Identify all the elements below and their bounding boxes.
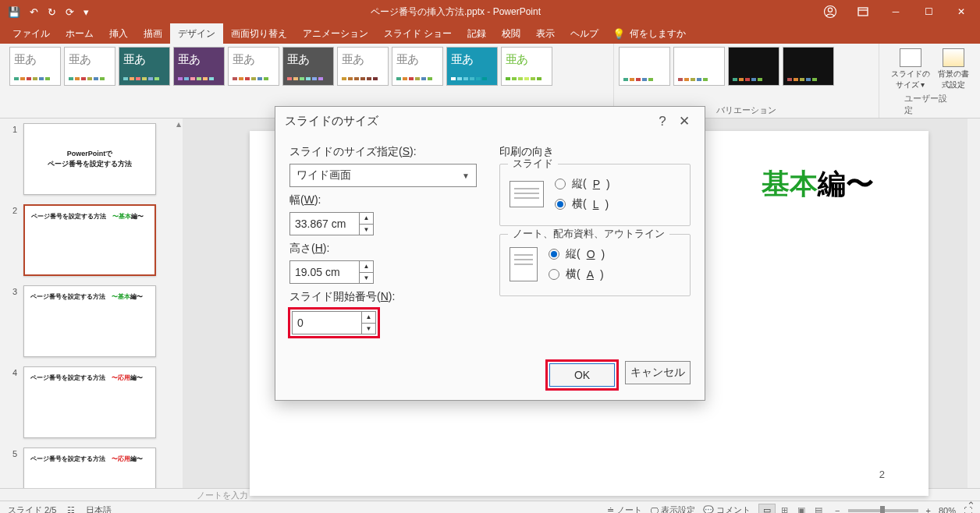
maximize-button[interactable]: ☐: [913, 1, 944, 23]
refresh-icon[interactable]: ⟳: [66, 6, 74, 18]
dialog-titlebar: スライドのサイズ ? ✕: [275, 107, 705, 136]
variation-tile[interactable]: [673, 47, 725, 86]
qat-more-icon[interactable]: ▾: [83, 6, 89, 18]
slide-size-button[interactable]: スライドの サイズ ▾: [891, 48, 930, 90]
variation-tile[interactable]: [728, 47, 779, 86]
slide-thumbnail-1[interactable]: PowerPointでページ番号を設定する方法: [23, 123, 156, 195]
reading-view-button[interactable]: ▣: [793, 504, 810, 514]
tab-review[interactable]: 校閲: [494, 23, 528, 44]
slide-size-dialog: スライドのサイズ ? ✕ スライドのサイズ指定(S): ワイド画面▼ 幅(W):…: [275, 106, 705, 401]
format-background-button[interactable]: 背景の書 式設定: [938, 48, 969, 90]
theme-tile[interactable]: 亜あ: [173, 47, 225, 86]
spin-down-icon[interactable]: ▼: [360, 225, 373, 235]
title-bar: 💾 ↶ ↻ ⟳ ▾ ページ番号の挿入方法.pptx - PowerPoint ─…: [0, 0, 980, 23]
display-settings-button[interactable]: 🖵 表示設定: [650, 504, 695, 513]
tell-me-label: 何をしますか: [630, 27, 686, 41]
zoom-in-button[interactable]: +: [926, 506, 931, 514]
cancel-button[interactable]: キャンセル: [625, 361, 691, 384]
undo-icon[interactable]: ↶: [30, 6, 38, 18]
close-button[interactable]: ✕: [946, 1, 977, 23]
window-controls: ─ ☐ ✕: [815, 1, 980, 23]
thumb-number: 1: [12, 123, 23, 134]
theme-tile[interactable]: 亜あ: [9, 47, 61, 86]
theme-tile[interactable]: 亜あ: [119, 47, 170, 86]
slide-group-label: スライド: [508, 157, 558, 171]
ribbon-tabs: ファイル ホーム 挿入 描画 デザイン 画面切り替え アニメーション スライド …: [0, 23, 980, 44]
slide-thumbnail-5[interactable]: ページ番号を設定する方法 〜応用編〜: [23, 448, 156, 488]
tab-animations[interactable]: アニメーション: [295, 23, 376, 44]
normal-view-button[interactable]: ▭: [758, 504, 776, 514]
tab-home[interactable]: ホーム: [58, 23, 101, 44]
tab-help[interactable]: ヘルプ: [563, 23, 606, 44]
tab-design[interactable]: デザイン: [170, 23, 223, 44]
zoom-slider[interactable]: [848, 509, 918, 512]
comments-button[interactable]: 💬 コメント: [703, 504, 751, 513]
start-number-label: スライド開始番号(N):: [289, 290, 481, 304]
slideshow-view-button[interactable]: ▤: [810, 504, 827, 514]
ribbon-display-icon[interactable]: [847, 1, 879, 23]
width-spinbox[interactable]: 33.867 cm▲▼: [289, 212, 374, 235]
height-spinbox[interactable]: 19.05 cm▲▼: [289, 260, 374, 284]
notes-orientation-group: ノート、配布資料、アウトライン 縦(O) 横(A): [499, 234, 691, 296]
theme-tile[interactable]: 亜あ: [337, 47, 389, 86]
dialog-close-button[interactable]: ✕: [673, 113, 695, 129]
theme-tile[interactable]: 亜あ: [64, 47, 115, 86]
spin-down-icon[interactable]: ▼: [362, 324, 375, 334]
theme-tile[interactable]: 亜あ: [392, 47, 443, 86]
slide-size-icon: [900, 48, 921, 67]
zoom-out-button[interactable]: −: [835, 506, 840, 514]
help-button[interactable]: ?: [652, 114, 673, 129]
tab-view[interactable]: 表示: [528, 23, 563, 44]
tell-me[interactable]: 💡 何をしますか: [612, 27, 686, 41]
page-portrait-icon: [510, 247, 538, 281]
quick-access-toolbar: 💾 ↶ ↻ ⟳ ▾: [0, 6, 97, 18]
ok-button[interactable]: OK: [549, 363, 615, 387]
spin-up-icon[interactable]: ▲: [360, 213, 373, 225]
minimize-button[interactable]: ─: [880, 1, 911, 23]
zoom-level[interactable]: 80%: [939, 506, 956, 514]
dialog-title: スライドのサイズ: [285, 114, 652, 129]
slide-portrait-radio[interactable]: 縦(P): [555, 177, 610, 191]
slide-thumbnail-2[interactable]: ページ番号を設定する方法 〜基本編〜: [23, 204, 156, 276]
theme-tile[interactable]: 亜あ: [228, 47, 279, 86]
spin-up-icon[interactable]: ▲: [362, 312, 375, 324]
variation-tile[interactable]: [783, 47, 834, 86]
size-combobox[interactable]: ワイド画面▼: [289, 164, 477, 187]
tab-transitions[interactable]: 画面切り替え: [223, 23, 295, 44]
status-bar: スライド 2/5 ☷ 日本語 ≐ ノート 🖵 表示設定 💬 コメント ▭ ⊞ ▣…: [0, 501, 980, 513]
view-buttons: ▭ ⊞ ▣ ▤: [758, 504, 827, 514]
collapse-ribbon-icon[interactable]: ⌃: [967, 500, 975, 511]
notes-landscape-radio[interactable]: 横(A): [549, 267, 605, 281]
thumb-number: 2: [12, 204, 23, 215]
variations-label: バリエーション: [716, 104, 776, 116]
account-icon[interactable]: [815, 1, 846, 23]
sorter-view-button[interactable]: ⊞: [776, 504, 793, 514]
start-number-spinbox[interactable]: 0▲▼: [292, 311, 376, 334]
theme-tile[interactable]: 亜あ: [282, 47, 334, 86]
slide-thumbnail-3[interactable]: ページ番号を設定する方法 〜基本編〜: [23, 285, 156, 357]
tab-slideshow[interactable]: スライド ショー: [376, 23, 460, 44]
thumb-number: 3: [12, 285, 23, 296]
tab-record[interactable]: 記録: [460, 23, 494, 44]
theme-tile[interactable]: 亜あ: [501, 47, 552, 86]
slide-thumbnail-4[interactable]: ページ番号を設定する方法 〜応用編〜: [23, 366, 156, 438]
spin-down-icon[interactable]: ▼: [360, 273, 373, 284]
format-bg-icon: [943, 48, 964, 67]
theme-tile[interactable]: 亜あ: [446, 47, 498, 86]
accessibility-icon[interactable]: ☷: [67, 505, 75, 513]
notes-portrait-radio[interactable]: 縦(O): [549, 247, 605, 261]
spin-up-icon[interactable]: ▲: [360, 261, 373, 273]
vertical-scrollbar[interactable]: [968, 119, 980, 488]
language-indicator[interactable]: 日本語: [86, 504, 112, 513]
scroll-up-icon[interactable]: ▴: [176, 119, 181, 129]
slide-landscape-radio[interactable]: 横(L): [555, 197, 610, 211]
tab-draw[interactable]: 描画: [136, 23, 170, 44]
save-icon[interactable]: 💾: [8, 6, 20, 18]
variation-tile[interactable]: [619, 47, 670, 86]
tab-insert[interactable]: 挿入: [101, 23, 136, 44]
svg-rect-2: [858, 8, 868, 16]
slide-thumbnail-panel: ▴ 1 PowerPointでページ番号を設定する方法 2 ページ番号を設定する…: [0, 119, 183, 488]
redo-icon[interactable]: ↻: [48, 6, 56, 18]
tab-file[interactable]: ファイル: [5, 23, 58, 44]
notes-button[interactable]: ≐ ノート: [607, 504, 642, 513]
